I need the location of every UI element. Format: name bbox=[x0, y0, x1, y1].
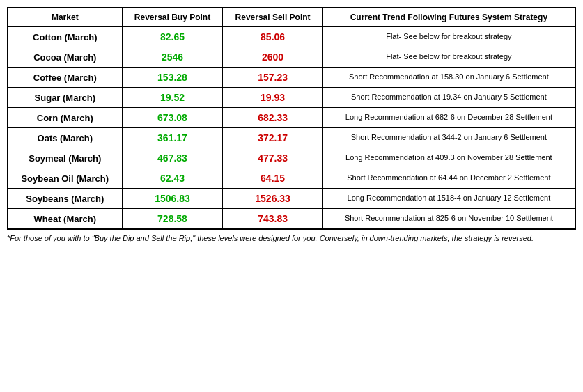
market-cell: Soybean Oil (March) bbox=[8, 168, 123, 189]
strategy-cell: Long Recommendation at 682-6 on December… bbox=[322, 108, 575, 128]
market-cell: Soybeans (March) bbox=[8, 189, 123, 209]
table-row: Corn (March)673.08682.33Long Recommendat… bbox=[8, 108, 575, 128]
buy-point-cell: 728.58 bbox=[122, 209, 223, 229]
buy-point-cell: 2546 bbox=[122, 47, 223, 68]
market-cell: Wheat (March) bbox=[8, 209, 123, 229]
strategy-cell: Short Recommendation at 158.30 on Januar… bbox=[322, 68, 575, 88]
table-row: Sugar (March)19.5219.93Short Recommendat… bbox=[8, 88, 575, 108]
header-market: Market bbox=[8, 8, 123, 27]
table-row: Soybean Oil (March)62.4364.15Short Recom… bbox=[8, 168, 575, 189]
market-cell: Cocoa (March) bbox=[8, 47, 123, 68]
strategy-cell: Short Recommendation at 825-6 on Novembe… bbox=[322, 209, 575, 229]
header-buy: Reversal Buy Point bbox=[122, 8, 223, 27]
futures-table: Market Reversal Buy Point Reversal Sell … bbox=[8, 8, 575, 229]
sell-point-cell: 64.15 bbox=[223, 168, 322, 189]
table-row: Wheat (March)728.58743.83Short Recommend… bbox=[8, 209, 575, 229]
market-cell: Corn (March) bbox=[8, 108, 123, 128]
buy-point-cell: 82.65 bbox=[122, 27, 223, 47]
table-row: Cotton (March)82.6585.06Flat- See below … bbox=[8, 27, 575, 47]
buy-point-cell: 361.17 bbox=[122, 128, 223, 148]
sell-point-cell: 743.83 bbox=[223, 209, 322, 229]
table-row: Soybeans (March)1506.831526.33Long Recom… bbox=[8, 189, 575, 209]
buy-point-cell: 467.83 bbox=[122, 148, 223, 168]
buy-point-cell: 153.28 bbox=[122, 68, 223, 88]
table-row: Cocoa (March)25462600Flat- See below for… bbox=[8, 47, 575, 68]
table-row: Oats (March)361.17372.17Short Recommenda… bbox=[8, 128, 575, 148]
market-cell: Oats (March) bbox=[8, 128, 123, 148]
market-cell: Soymeal (March) bbox=[8, 148, 123, 168]
buy-point-cell: 19.52 bbox=[122, 88, 223, 108]
sell-point-cell: 157.23 bbox=[223, 68, 322, 88]
sell-point-cell: 85.06 bbox=[223, 27, 322, 47]
sell-point-cell: 19.93 bbox=[223, 88, 322, 108]
table-row: Coffee (March)153.28157.23Short Recommen… bbox=[8, 68, 575, 88]
sell-point-cell: 477.33 bbox=[223, 148, 322, 168]
market-cell: Coffee (March) bbox=[8, 68, 123, 88]
market-cell: Sugar (March) bbox=[8, 88, 123, 108]
sell-point-cell: 1526.33 bbox=[223, 189, 322, 209]
sell-point-cell: 2600 bbox=[223, 47, 322, 68]
strategy-cell: Short Recommendation at 344-2 on January… bbox=[322, 128, 575, 148]
buy-point-cell: 1506.83 bbox=[122, 189, 223, 209]
sell-point-cell: 682.33 bbox=[223, 108, 322, 128]
market-cell: Cotton (March) bbox=[8, 27, 123, 47]
header-sell: Reversal Sell Point bbox=[223, 8, 322, 27]
footnote: *For those of you with to "Buy the Dip a… bbox=[7, 234, 576, 242]
strategy-cell: Flat- See below for breakout strategy bbox=[322, 47, 575, 68]
sell-point-cell: 372.17 bbox=[223, 128, 322, 148]
buy-point-cell: 62.43 bbox=[122, 168, 223, 189]
buy-point-cell: 673.08 bbox=[122, 108, 223, 128]
strategy-cell: Long Recommendation at 409.3 on November… bbox=[322, 148, 575, 168]
strategy-cell: Long Recommendation at 1518-4 on January… bbox=[322, 189, 575, 209]
table-row: Soymeal (March)467.83477.33Long Recommen… bbox=[8, 148, 575, 168]
strategy-cell: Short Recommendation at 19.34 on January… bbox=[322, 88, 575, 108]
strategy-cell: Flat- See below for breakout strategy bbox=[322, 27, 575, 47]
strategy-cell: Short Recommendation at 64.44 on Decembe… bbox=[322, 168, 575, 189]
main-table-wrapper: Market Reversal Buy Point Reversal Sell … bbox=[7, 7, 576, 230]
header-strategy: Current Trend Following Futures System S… bbox=[322, 8, 575, 27]
